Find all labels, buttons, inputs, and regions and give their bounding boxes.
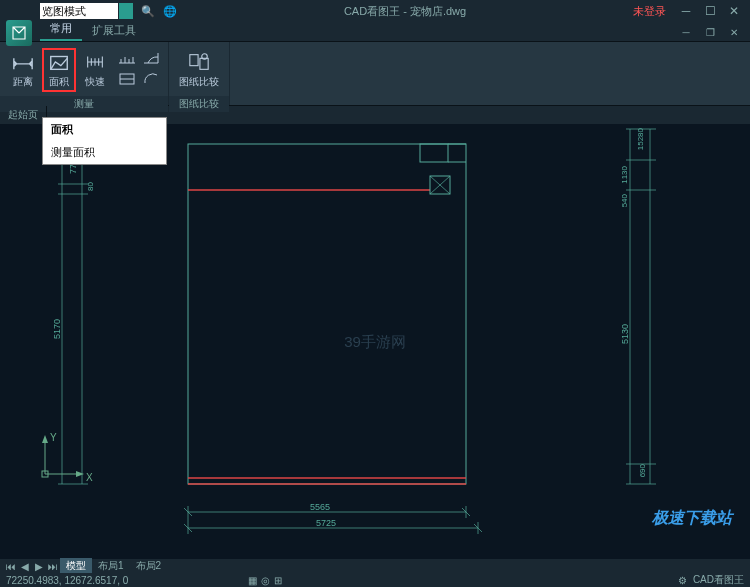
tool-area[interactable]: 面积	[42, 48, 76, 92]
status-app-name: CAD看图王	[693, 573, 744, 587]
sub-close-button[interactable]: ✕	[722, 23, 746, 41]
svg-marker-40	[76, 471, 84, 477]
status-coords: 72250.4983, 12672.6517, 0	[6, 575, 128, 586]
dim-540: 540	[620, 194, 629, 207]
globe-icon[interactable]: 🌐	[163, 5, 177, 18]
search-icon[interactable]: 🔍	[141, 5, 155, 18]
maximize-button[interactable]: ☐	[698, 2, 722, 20]
app-logo	[6, 20, 32, 46]
status-icon-settings[interactable]: ⚙	[678, 575, 687, 586]
dropdown-item-measure-area[interactable]: 测量面积	[43, 141, 166, 164]
dim-1130: 1130	[620, 166, 629, 184]
compare-icon	[188, 51, 210, 73]
nav-prev[interactable]: ◀	[18, 561, 32, 572]
dim-5170: 5170	[52, 319, 62, 339]
tool-quick-label: 快速	[85, 75, 105, 89]
nav-next[interactable]: ▶	[32, 561, 46, 572]
close-button[interactable]: ✕	[722, 2, 746, 20]
ribbon-group-measure: 距离 面积 快速 测量	[0, 42, 169, 105]
layout-tab-1[interactable]: 布局1	[92, 558, 130, 574]
dropdown-title: 面积	[43, 118, 166, 141]
minimize-button[interactable]: ─	[674, 2, 698, 20]
tool-small-1[interactable]	[116, 48, 138, 68]
svg-marker-39	[42, 435, 48, 443]
svg-rect-3	[200, 58, 208, 69]
dim-80: 80	[86, 182, 95, 191]
nav-first[interactable]: ⏮	[4, 561, 18, 572]
sub-minimize-button[interactable]: ─	[674, 23, 698, 41]
tool-compare[interactable]: 图纸比较	[175, 48, 223, 92]
ribbon-group-compare: 图纸比较 图纸比较	[169, 42, 230, 105]
drawing-canvas[interactable]: 770 80 5170 15280 1130 540 5130 690 5565…	[0, 124, 750, 559]
svg-rect-6	[420, 144, 448, 162]
arc-icon	[142, 72, 160, 86]
group-label-compare: 图纸比较	[169, 96, 229, 112]
tool-small-2[interactable]	[116, 69, 138, 89]
angle-icon	[142, 51, 160, 65]
dim-5130: 5130	[620, 324, 630, 344]
layout-tab-2[interactable]: 布局2	[130, 558, 168, 574]
sub-restore-button[interactable]: ❐	[698, 23, 722, 41]
status-tool-1[interactable]: ▦	[248, 575, 257, 586]
tab-extensions[interactable]: 扩展工具	[82, 20, 146, 41]
cad-drawing	[0, 124, 750, 559]
tool-area-label: 面积	[49, 75, 69, 89]
ucs-x-label: X	[86, 472, 93, 483]
layout-tabs-bar: ⏮ ◀ ▶ ⏭ 模型 布局1 布局2	[0, 559, 750, 573]
tool-compare-label: 图纸比较	[179, 75, 219, 89]
ucs-y-label: Y	[50, 432, 57, 443]
measure-icon-2	[118, 72, 136, 86]
mode-dropdown-button[interactable]	[119, 3, 133, 19]
tool-small-4[interactable]	[140, 69, 162, 89]
status-tool-2[interactable]: ◎	[261, 575, 270, 586]
status-tool-3[interactable]: ⊞	[274, 575, 282, 586]
svg-rect-5	[188, 144, 466, 484]
tool-distance-label: 距离	[13, 75, 33, 89]
measure-icon-1	[118, 51, 136, 65]
mode-input[interactable]	[40, 3, 118, 19]
ribbon-tabs: 常用 扩展工具 ─ ❐ ✕	[0, 22, 750, 42]
distance-icon	[12, 51, 34, 73]
dim-5565: 5565	[310, 502, 330, 512]
tab-common[interactable]: 常用	[40, 18, 82, 41]
titlebar: 🔍 🌐 CAD看图王 - 宠物店.dwg 未登录 ─ ☐ ✕	[0, 0, 750, 22]
area-icon	[48, 51, 70, 73]
window-title: CAD看图王 - 宠物店.dwg	[344, 4, 466, 19]
statusbar: 72250.4983, 12672.6517, 0 ▦ ◎ ⊞ ⚙ CAD看图王	[0, 573, 750, 587]
ucs-icon	[30, 429, 90, 489]
doc-tab-start[interactable]: 起始页	[0, 106, 47, 124]
dim-690: 690	[638, 464, 647, 477]
ribbon: 距离 面积 快速 测量 图纸比较	[0, 42, 750, 106]
tool-quick[interactable]: 快速	[78, 48, 112, 92]
layout-tab-model[interactable]: 模型	[60, 558, 92, 574]
tool-distance[interactable]: 距离	[6, 48, 40, 92]
tool-small-3[interactable]	[140, 48, 162, 68]
area-dropdown: 面积 测量面积	[42, 117, 167, 165]
svg-rect-0	[51, 57, 68, 70]
quick-icon	[84, 51, 106, 73]
dim-5725: 5725	[316, 518, 336, 528]
nav-last[interactable]: ⏭	[46, 561, 60, 572]
svg-rect-2	[190, 55, 198, 66]
dim-15280: 15280	[636, 128, 645, 150]
watermark-download: 极速下载站	[652, 508, 732, 529]
login-status[interactable]: 未登录	[633, 4, 666, 19]
